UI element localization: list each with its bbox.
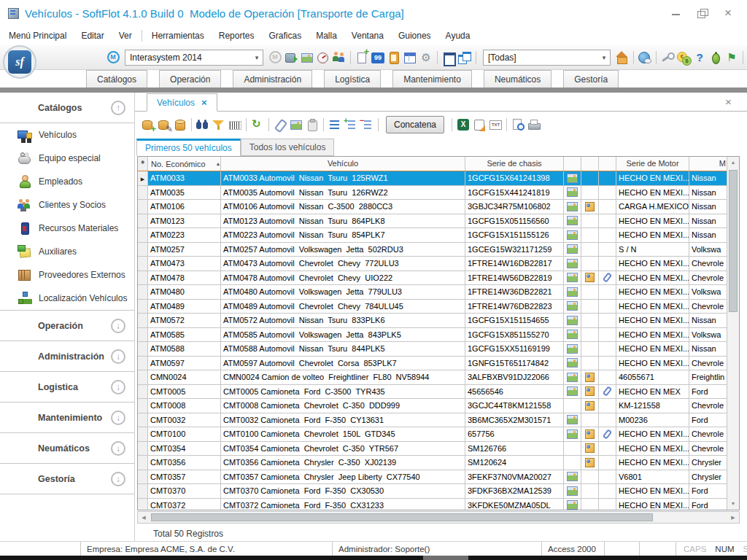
help-icon[interactable] (692, 49, 707, 66)
cell-serie-chasis[interactable]: 1GCFG15X851155270 (465, 328, 564, 342)
cell-vehiculo[interactable]: ATM0123 Automovil Nissan Tsuru 864PLK8 (221, 214, 465, 228)
cell-no-economico[interactable]: ATM0033 (148, 171, 221, 185)
cell-serie-chasis[interactable]: 1GNFG15T651174842 (465, 357, 564, 370)
cell-serie-motor[interactable]: HECHO EN MEXI... (616, 342, 689, 356)
table-row[interactable]: ATM0123 ATM0123 Automovil Nissan Tsuru 8… (138, 214, 727, 229)
vertical-scroll-thumb[interactable] (729, 170, 738, 312)
cell-serie-chasis[interactable]: 1GCFG15X641241398 (465, 171, 564, 185)
section-arrow-icon[interactable] (111, 411, 125, 425)
cell-serie-chasis[interactable]: 1GCFG15X151155126 (465, 228, 564, 242)
cell-marca[interactable]: Nissan (689, 200, 727, 214)
menu-item[interactable]: Malla (309, 28, 344, 43)
cell-no-economico[interactable]: CMT0032 (148, 413, 221, 427)
cell-serie-chasis[interactable]: 1FTRE14W56DB22819 (465, 271, 564, 285)
module-tab[interactable]: Catálogos (86, 70, 147, 88)
cell-marca[interactable]: Chrysler (689, 470, 727, 484)
cell-vehiculo[interactable]: ATM0597 Automovil Chevrolet Corsa 853PLK… (221, 357, 465, 370)
cell-serie-chasis[interactable]: 3FDKF36BX2MA12539 (465, 484, 564, 498)
cell-serie-motor[interactable]: HECHO EN MEXI... (616, 300, 689, 314)
photos-icon[interactable] (300, 49, 314, 66)
table-row[interactable]: ATM0489 ATM0489 Automovil Chevrolet Chev… (138, 300, 727, 314)
image-icon[interactable] (289, 116, 303, 133)
database-icon[interactable] (173, 116, 187, 133)
cell-serie-motor[interactable]: HECHO EN MEXI... (616, 271, 689, 285)
document-tab-vehiculos[interactable]: Vehículos (147, 93, 217, 112)
debug-bug-icon[interactable] (708, 49, 723, 66)
cell-no-economico[interactable]: ATM0035 (148, 186, 221, 200)
sidebar-item[interactable]: Empleados (0, 170, 134, 193)
flag-icon[interactable] (724, 49, 739, 66)
cell-serie-motor[interactable]: HECHO EN MEXI... (616, 214, 689, 228)
concatena-button[interactable]: Concatena (386, 116, 444, 133)
cell-serie-chasis[interactable]: SM120624 (465, 456, 564, 470)
table-row[interactable]: CMT0372 CMT0372 Camioneta Ford F-350 CX3… (138, 499, 727, 510)
cell-serie-motor[interactable]: HECHO EN MEXI... (616, 456, 689, 470)
numbers-99-icon[interactable] (371, 49, 385, 66)
cell-serie-motor[interactable]: HECHO EN MEXI... (616, 228, 689, 242)
table-row[interactable]: CMT0357 CMT0357 Camioneta Chrysler Jeep … (138, 470, 727, 485)
cell-serie-motor[interactable]: HECHO EN MEXI... (616, 499, 689, 510)
cell-marca[interactable]: Chevrole (689, 357, 727, 370)
table-row[interactable]: ATM0035 ATM0035 Automovil Nissan Tsuru 1… (138, 186, 727, 201)
barcode-icon[interactable] (228, 116, 242, 133)
web-globe-icon[interactable] (638, 49, 652, 66)
cell-serie-motor[interactable]: HECHO EN MEXI... (616, 171, 689, 185)
sidebar-section-header[interactable]: Neumáticos (0, 433, 134, 464)
table-row[interactable]: CMT0008 CMT0008 Camioneta Chevrolet C-35… (138, 399, 727, 413)
add-record-icon[interactable] (141, 116, 155, 133)
section-arrow-icon[interactable] (111, 319, 125, 333)
cell-vehiculo[interactable]: ATM0585 Automovil Volkswagen Jetta 843PL… (221, 328, 465, 342)
cell-serie-motor[interactable]: V6801 (616, 470, 689, 484)
cell-vehiculo[interactable]: ATM0257 Automovil Volkswagen Jetta 502RD… (221, 243, 465, 257)
sidebar-item[interactable]: Equipo especial (0, 147, 134, 170)
table-row[interactable]: ATM0033 ATM0033 Automovil Nissan Tsuru 1… (138, 171, 727, 186)
search-binoculars-icon[interactable] (196, 116, 210, 133)
cell-serie-motor[interactable]: CARGA H.MEXICO (616, 200, 689, 214)
cell-serie-motor[interactable]: HECHO EN MEXI... (616, 186, 689, 200)
horizontal-scrollbar[interactable] (137, 511, 740, 524)
cell-vehiculo[interactable]: ATM0478 Automovil Chevrolet Chevy UIO222 (221, 271, 465, 285)
clipboard-icon[interactable] (305, 116, 320, 133)
minimize-icon[interactable] (671, 8, 681, 18)
tree-collapse-icon[interactable] (360, 116, 374, 133)
cell-serie-chasis[interactable]: 45656546 (465, 385, 564, 399)
archive-box-icon[interactable] (284, 49, 298, 66)
cell-serie-chasis[interactable]: 3FEKF37N0VMA20027 (465, 470, 564, 484)
menu-item[interactable]: Ver (112, 28, 139, 43)
module-tab[interactable]: Gestoría (563, 70, 619, 88)
section-arrow-icon[interactable] (111, 441, 125, 456)
scroll-up-icon[interactable] (727, 157, 739, 168)
cell-marca[interactable]: Nissan (689, 228, 727, 242)
module-tab[interactable]: Logística (324, 70, 381, 88)
table-row[interactable]: CMT0005 CMT0005 Camioneta Ford C-3500 TY… (138, 385, 727, 400)
cell-vehiculo[interactable]: CMT0005 Camioneta Ford C-3500 TYR435 (221, 385, 465, 399)
settings-gear-icon[interactable] (419, 49, 433, 66)
table-row[interactable]: ATM0480 ATM0480 Automovil Volkswagen Jet… (138, 285, 727, 300)
cell-serie-motor[interactable]: HECHO EN MEXI... (616, 314, 689, 327)
cell-serie-motor[interactable]: HECHO EN MEXI... (616, 285, 689, 299)
table-row[interactable]: CMN0024 CMN0024 Camion de volteo Freight… (138, 370, 727, 385)
cell-vehiculo[interactable]: CMT0356 Camioneta Chrysler C-350 XJ02139 (221, 456, 465, 470)
cell-serie-motor[interactable]: HECHO EN MEXI... (616, 442, 689, 456)
table-row[interactable]: ATM0585 ATM0585 Automovil Volkswagen Jet… (138, 328, 727, 343)
table-row[interactable]: ATM0473 ATM0473 Automovil Chevrolet Chev… (138, 257, 727, 271)
sidebar-item[interactable]: Recursos Materiales (0, 217, 134, 240)
cell-no-economico[interactable]: CMN0024 (148, 370, 221, 384)
cell-serie-motor[interactable]: HECHO EN MEXI... (616, 427, 689, 441)
cell-serie-motor[interactable]: HECHO EN MEXI... (616, 484, 689, 498)
cell-serie-chasis[interactable]: 1GCEG15W321171259 (465, 243, 564, 257)
table-row[interactable]: ATM0223 ATM0223 Automovil Nissan Tsuru 8… (138, 228, 727, 243)
sidebar-section-header[interactable]: Administración (0, 341, 134, 372)
cell-serie-chasis[interactable]: 3GCJC44T8KM121558 (465, 399, 564, 413)
cell-no-economico[interactable]: ATM0257 (148, 243, 221, 257)
table-row[interactable]: ATM0257 ATM0257 Automovil Volkswagen Jet… (138, 243, 727, 257)
cell-marca[interactable]: Chevrole (689, 271, 727, 285)
view-tab[interactable]: Primeros 50 vehículos (136, 139, 241, 156)
cell-marca[interactable]: Nissan (689, 342, 727, 356)
column-header-clip[interactable] (599, 157, 616, 171)
sidebar-section-header[interactable]: Gestoría (0, 464, 134, 494)
table-row[interactable]: ATM0478 ATM0478 Automovil Chevrolet Chev… (138, 271, 727, 286)
cell-no-economico[interactable]: CMT0356 (148, 456, 221, 470)
cell-no-economico[interactable]: CMT0100 (148, 427, 221, 441)
cascade-windows-icon[interactable] (457, 49, 472, 66)
